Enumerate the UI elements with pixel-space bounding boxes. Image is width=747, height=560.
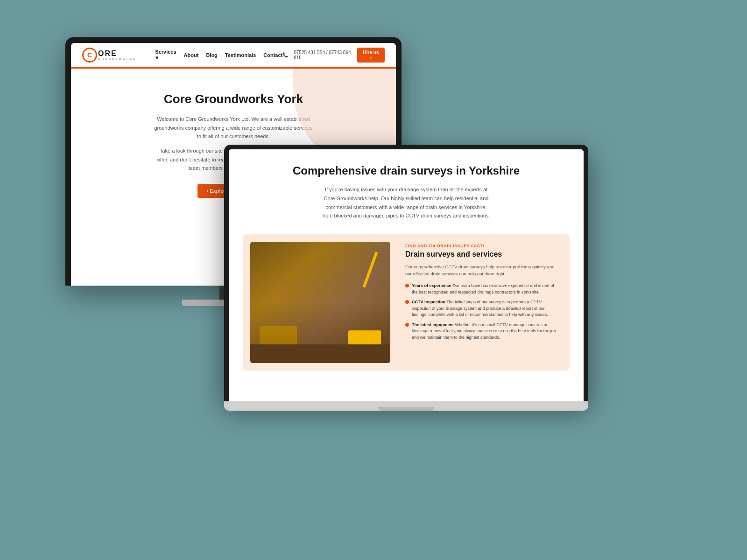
nav-contact[interactable]: Contact bbox=[263, 52, 282, 58]
image-overlay bbox=[250, 242, 390, 363]
logo-groundworks: GROUNDWORKS bbox=[98, 57, 136, 60]
phone-icon: 📞 bbox=[282, 52, 288, 57]
excavator-body bbox=[348, 330, 381, 347]
site2-section: Find and fix drain issues fast! Drain su… bbox=[243, 234, 570, 371]
section-title: Drain surveys and services bbox=[405, 250, 560, 259]
logo-text: ORE GROUNDWORKS bbox=[98, 50, 136, 60]
section-body: Our comprehensive CCTV drain surveys hel… bbox=[405, 263, 560, 277]
laptop-screen: Comprehensive drain surveys in Yorkshire… bbox=[229, 149, 584, 401]
site1-hero-title: Core Groundworks York bbox=[82, 92, 385, 106]
site1-navbar: C ORE GROUNDWORKS Services ∨ About Blog … bbox=[71, 43, 396, 67]
nav-testimonials[interactable]: Testimonials bbox=[225, 52, 256, 58]
site2-hero-description: If you're having issues with your draina… bbox=[322, 185, 490, 220]
feature-name-2: CCTV inspection bbox=[412, 300, 445, 304]
nav-links: Services ∨ About Blog Testimonials Conta… bbox=[155, 49, 282, 61]
feature-text-3: The latest equipment Whether it's our sm… bbox=[412, 322, 560, 341]
site1-logo: C ORE GROUNDWORKS bbox=[82, 48, 136, 63]
water-effect bbox=[278, 344, 362, 356]
logo-circle: C bbox=[82, 48, 97, 63]
laptop-bezel: Comprehensive drain surveys in Yorkshire… bbox=[224, 145, 588, 401]
nav-right: 📞 07525 431 554 / 07743 864 818 Hire us … bbox=[282, 48, 385, 63]
site2-hero: Comprehensive drain surveys in Yorkshire… bbox=[229, 149, 584, 230]
nav-about[interactable]: About bbox=[184, 52, 199, 58]
phone-numbers: 07525 431 554 / 07743 864 818 bbox=[294, 50, 352, 60]
feature-dot-1 bbox=[405, 284, 409, 287]
laptop: Comprehensive drain surveys in Yorkshire… bbox=[224, 145, 588, 411]
feature-text-1: Years of experience Our team have has ex… bbox=[412, 283, 560, 295]
feature-2: CCTV inspection The initial steps of our… bbox=[405, 299, 560, 318]
site1-hero-para1: Welcome to Core Groundworks York Ltd. We… bbox=[154, 115, 313, 141]
hire-button[interactable]: Hire us › bbox=[357, 48, 385, 63]
construction-image bbox=[250, 242, 390, 363]
logo-c-letter: C bbox=[87, 51, 92, 59]
feature-3: The latest equipment Whether it's our sm… bbox=[405, 322, 560, 341]
site2-text-area: Find and fix drain issues fast! Drain su… bbox=[398, 234, 570, 371]
feature-1: Years of experience Our team have has ex… bbox=[405, 283, 560, 295]
feature-name-3: The latest equipment bbox=[412, 322, 454, 327]
feature-name-1: Years of experience bbox=[412, 283, 451, 288]
feature-dot-3 bbox=[405, 323, 409, 327]
feature-text-2: CCTV inspection The initial steps of our… bbox=[412, 299, 560, 318]
feature-dot-2 bbox=[405, 300, 409, 304]
site2-hero-title: Comprehensive drain surveys in Yorkshire bbox=[247, 163, 565, 178]
laptop-base bbox=[224, 401, 588, 411]
scene: C ORE GROUNDWORKS Services ∨ About Blog … bbox=[47, 23, 700, 537]
nav-services[interactable]: Services ∨ bbox=[155, 49, 176, 61]
section-tag: Find and fix drain issues fast! bbox=[405, 244, 560, 248]
logo-ore: ORE bbox=[98, 50, 136, 57]
nav-blog[interactable]: Blog bbox=[206, 52, 217, 58]
